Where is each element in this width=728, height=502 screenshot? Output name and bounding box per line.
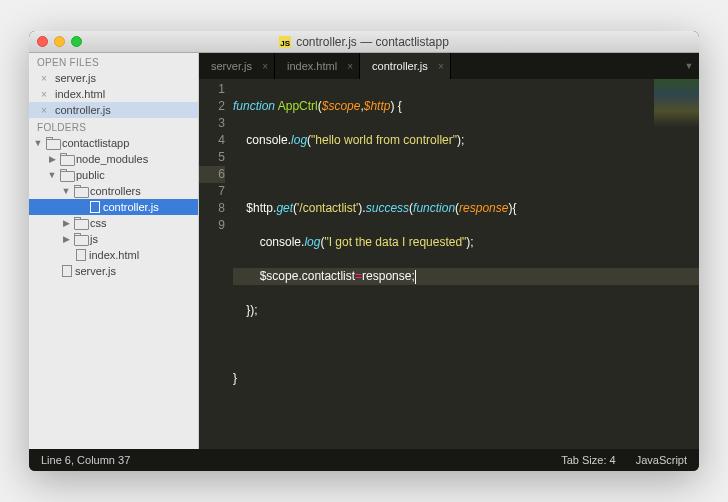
folder-label: contactlistapp [62, 137, 129, 149]
folder-icon [60, 170, 73, 180]
js-file-icon: JS [279, 36, 291, 48]
tab-size[interactable]: Tab Size: 4 [561, 454, 615, 466]
maximize-icon[interactable] [71, 36, 82, 47]
tab-server[interactable]: server.js × [199, 53, 275, 79]
folder-item[interactable]: ▶ js [29, 231, 198, 247]
cursor-position[interactable]: Line 6, Column 37 [41, 454, 130, 466]
titlebar: JS controller.js — contactlistapp [29, 31, 699, 53]
code-area[interactable]: 1 2 3 4 5 6 7 8 9 function AppCtrl($scop… [199, 79, 699, 449]
openfiles-header: OPEN FILES [29, 53, 198, 70]
line-number: 6 [199, 166, 225, 183]
close-icon[interactable]: × [347, 61, 353, 72]
window-title: JS controller.js — contactlistapp [29, 35, 699, 49]
folder-label: css [90, 217, 107, 229]
openfile-item[interactable]: × index.html [29, 86, 198, 102]
file-item[interactable]: server.js [29, 263, 198, 279]
folder-item[interactable]: ▶ node_modules [29, 151, 198, 167]
line-numbers: 1 2 3 4 5 6 7 8 9 [199, 81, 233, 449]
line-number: 1 [199, 81, 225, 98]
close-icon[interactable] [37, 36, 48, 47]
tab-index[interactable]: index.html × [275, 53, 360, 79]
minimize-icon[interactable] [54, 36, 65, 47]
tab-controller[interactable]: controller.js × [360, 53, 451, 79]
folder-label: public [76, 169, 105, 181]
folder-icon [60, 154, 73, 164]
tab-label: server.js [211, 60, 252, 72]
folder-label: js [90, 233, 98, 245]
status-bar: Line 6, Column 37 Tab Size: 4 JavaScript [29, 449, 699, 471]
window-title-text: controller.js — contactlistapp [296, 35, 449, 49]
line-number: 2 [199, 98, 225, 115]
folder-label: controllers [90, 185, 141, 197]
chevron-right-icon[interactable]: ▶ [61, 218, 71, 228]
traffic-lights [37, 36, 82, 47]
code-text[interactable]: function AppCtrl($scope,$http) { console… [233, 81, 699, 449]
line-number: 8 [199, 200, 225, 217]
folder-label: node_modules [76, 153, 148, 165]
folder-icon [46, 138, 59, 148]
text-caret [415, 270, 416, 284]
chevron-down-icon[interactable]: ▼ [61, 186, 71, 196]
line-number: 7 [199, 183, 225, 200]
line-number: 9 [199, 217, 225, 234]
openfile-item[interactable]: × server.js [29, 70, 198, 86]
file-label: index.html [89, 249, 139, 261]
close-icon[interactable]: × [438, 61, 444, 72]
main-area: OPEN FILES × server.js × index.html × co… [29, 53, 699, 449]
file-icon [62, 265, 72, 277]
editor-pane: server.js × index.html × controller.js ×… [199, 53, 699, 449]
line-number: 4 [199, 132, 225, 149]
editor-window: JS controller.js — contactlistapp OPEN F… [29, 31, 699, 471]
chevron-down-icon[interactable]: ▼ [47, 170, 57, 180]
chevron-down-icon[interactable]: ▼ [33, 138, 43, 148]
folder-item[interactable]: ▼ public [29, 167, 198, 183]
openfile-item[interactable]: × controller.js [29, 102, 198, 118]
folder-icon [74, 218, 87, 228]
folders-header: FOLDERS [29, 118, 198, 135]
file-item[interactable]: index.html [29, 247, 198, 263]
syntax-mode[interactable]: JavaScript [636, 454, 687, 466]
file-icon [90, 201, 100, 213]
line-number: 5 [199, 149, 225, 166]
close-icon[interactable]: × [41, 105, 51, 116]
file-icon [76, 249, 86, 261]
folder-item[interactable]: ▼ controllers [29, 183, 198, 199]
folder-icon [74, 234, 87, 244]
close-icon[interactable]: × [41, 89, 51, 100]
openfile-label: controller.js [55, 104, 111, 116]
file-label: server.js [75, 265, 116, 277]
tab-label: index.html [287, 60, 337, 72]
chevron-right-icon[interactable]: ▶ [47, 154, 57, 164]
openfile-label: index.html [55, 88, 105, 100]
folder-root[interactable]: ▼ contactlistapp [29, 135, 198, 151]
folder-icon [74, 186, 87, 196]
sidebar: OPEN FILES × server.js × index.html × co… [29, 53, 199, 449]
tab-bar: server.js × index.html × controller.js ×… [199, 53, 699, 79]
tabs-overflow-icon[interactable]: ▼ [679, 53, 699, 79]
openfile-label: server.js [55, 72, 96, 84]
line-number: 3 [199, 115, 225, 132]
file-label: controller.js [103, 201, 159, 213]
tab-label: controller.js [372, 60, 428, 72]
close-icon[interactable]: × [262, 61, 268, 72]
file-item[interactable]: controller.js [29, 199, 198, 215]
close-icon[interactable]: × [41, 73, 51, 84]
chevron-right-icon[interactable]: ▶ [61, 234, 71, 244]
folder-item[interactable]: ▶ css [29, 215, 198, 231]
